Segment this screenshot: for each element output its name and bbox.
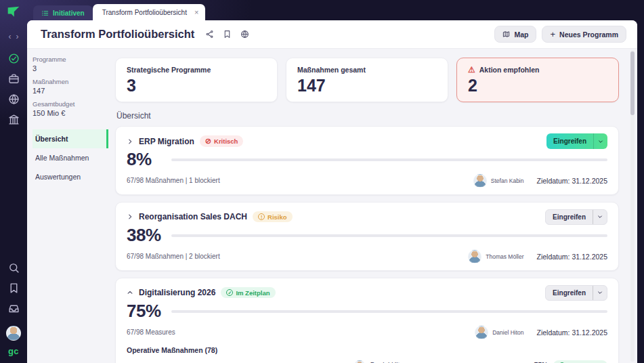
chevron-right-icon[interactable] bbox=[127, 213, 133, 220]
subnav-item-alle-massnahmen[interactable]: Alle Maßnahmen bbox=[33, 148, 108, 167]
forward-icon[interactable]: › bbox=[16, 33, 19, 41]
due-date: Zieldatum: 31.12.2025 bbox=[537, 328, 608, 337]
new-program-button[interactable]: + Neues Programm bbox=[542, 26, 626, 43]
status-label: Im Zeitplan bbox=[236, 290, 270, 297]
scrollbar-thumb[interactable] bbox=[630, 51, 635, 115]
map-button-label: Map bbox=[514, 30, 528, 39]
kpi-label: Strategische Programme bbox=[127, 66, 266, 74]
gc-logo: gc bbox=[8, 346, 19, 356]
kpi-label: Aktion empfohlen bbox=[479, 66, 540, 74]
user-avatar[interactable] bbox=[6, 326, 21, 341]
program-subnav: Programme 3 Maßnahmen 147 Gesamtbudget 1… bbox=[27, 49, 108, 363]
progress-percent: 8% bbox=[127, 150, 165, 170]
program-meta: 67/98 Measures bbox=[127, 328, 175, 336]
inbox-icon[interactable] bbox=[8, 303, 20, 314]
status-badge: ✓ Im Zeitplan bbox=[221, 287, 275, 298]
kpi-label: Maßnahmen gesamt bbox=[297, 66, 437, 74]
program-name: Reorganisation Sales DACH bbox=[139, 212, 247, 221]
left-rail: ‹ › gc bbox=[0, 0, 27, 363]
kpi-massnahmen-gesamt: Maßnahmen gesamt 147 bbox=[286, 58, 448, 102]
stat-label: Maßnahmen bbox=[33, 78, 108, 85]
kpi-strategische-programme: Strategische Programme 3 bbox=[115, 58, 278, 102]
bank-icon[interactable] bbox=[8, 114, 20, 125]
eingreifen-button[interactable]: Eingreifen bbox=[546, 210, 593, 224]
tab-bar: Initiativen Transform Portfolioübersicht… bbox=[27, 0, 644, 20]
map-icon bbox=[502, 30, 510, 38]
owner-avatar bbox=[354, 360, 365, 363]
chevron-down-icon[interactable] bbox=[593, 133, 607, 149]
check-circle-icon: ✓ bbox=[226, 289, 233, 296]
status-badge: ✓ Im Zeitplan bbox=[553, 360, 607, 363]
chevron-down-icon[interactable] bbox=[593, 286, 607, 300]
chevron-right-icon[interactable] bbox=[127, 138, 133, 145]
program-card-erp-migration: ERP Migration ⊘ Kritisch Eingreifen 8% bbox=[115, 126, 619, 195]
status-badge: ⊘ Kritisch bbox=[200, 135, 244, 147]
stat-massnahmen: Maßnahmen 147 bbox=[33, 78, 108, 95]
due-date: Zieldatum: 31.12.2025 bbox=[537, 253, 608, 261]
globe-icon[interactable] bbox=[240, 30, 249, 39]
status-label: Risiko bbox=[267, 214, 287, 221]
bookmark-icon[interactable] bbox=[8, 282, 20, 294]
tab-portfolio-uebersicht[interactable]: Transform Portfolioübersicht × bbox=[93, 4, 206, 20]
program-name: Digitalisierung 2026 bbox=[139, 288, 215, 297]
content-panel: Transform Portfolioübersicht Map + Neues… bbox=[27, 20, 637, 363]
stat-label: Gesamtbudget bbox=[33, 100, 108, 108]
progress-percent: 38% bbox=[127, 226, 165, 246]
subnav-item-uebersicht[interactable]: Übersicht bbox=[33, 129, 108, 148]
ban-icon: ⊘ bbox=[205, 137, 211, 145]
warning-icon: ⚠ bbox=[468, 66, 475, 74]
close-icon[interactable]: × bbox=[194, 8, 198, 16]
stat-value: 147 bbox=[33, 87, 108, 95]
measure-row[interactable]: Digitalization Measure 1 Daniel Hiton 75… bbox=[127, 358, 607, 363]
app-logo-icon[interactable] bbox=[7, 5, 20, 18]
tab-label: Transform Portfolioübersicht bbox=[102, 9, 187, 16]
bookmark-icon[interactable] bbox=[223, 30, 232, 39]
progress-percent: 75% bbox=[127, 301, 165, 322]
back-icon[interactable]: ‹ bbox=[9, 33, 12, 41]
kpi-value: 3 bbox=[127, 77, 266, 94]
map-button[interactable]: Map bbox=[494, 26, 536, 43]
section-title: Übersicht bbox=[116, 111, 618, 121]
stat-label: Programme bbox=[33, 56, 108, 63]
dashboard-icon[interactable] bbox=[8, 53, 20, 64]
eingreifen-button[interactable]: Eingreifen bbox=[546, 133, 593, 149]
briefcase-icon[interactable] bbox=[8, 73, 20, 85]
program-meta: 67/98 Maßnahmen | 2 blockiert bbox=[127, 253, 220, 260]
scrollbar-track[interactable] bbox=[630, 50, 635, 362]
alert-circle-icon: ! bbox=[258, 213, 265, 220]
status-label: Kritisch bbox=[214, 138, 238, 145]
stat-value: 3 bbox=[33, 64, 108, 72]
share-icon[interactable] bbox=[205, 30, 214, 39]
page-header: Transform Portfolioübersicht Map + Neues… bbox=[27, 20, 637, 49]
kpi-row: Strategische Programme 3 Maßnahmen gesam… bbox=[115, 58, 619, 102]
owner-avatar bbox=[468, 250, 481, 263]
owner-name: Stefan Kabin bbox=[491, 177, 524, 184]
eingreifen-split-button: Eingreifen bbox=[545, 285, 607, 301]
owner-name: Thomas Möller bbox=[486, 253, 523, 260]
owner-avatar bbox=[475, 326, 488, 339]
eingreifen-button[interactable]: Eingreifen bbox=[546, 286, 593, 300]
progress-bar bbox=[171, 158, 607, 161]
program-card-reorganisation-sales-dach: Reorganisation Sales DACH ! Risiko Eingr… bbox=[115, 202, 619, 271]
tab-initiativen[interactable]: Initiativen bbox=[33, 5, 93, 20]
stat-value: 150 Mio € bbox=[33, 109, 108, 117]
program-meta: 67/98 Maßnahmen | 1 blockiert bbox=[127, 177, 220, 184]
title-actions bbox=[205, 30, 249, 39]
program-card-digitalisierung-2026: Digitalisierung 2026 ✓ Im Zeitplan Eingr… bbox=[115, 278, 619, 363]
list-icon bbox=[41, 9, 49, 17]
page-title: Transform Portfolioübersicht bbox=[41, 28, 194, 41]
search-icon[interactable] bbox=[8, 262, 20, 274]
progress-bar bbox=[171, 234, 607, 237]
measure-list: Operative Maßnahmen (78) Digitalization … bbox=[127, 346, 607, 363]
globe-icon[interactable] bbox=[8, 93, 20, 105]
owner-avatar bbox=[473, 174, 487, 188]
main-content: Strategische Programme 3 Maßnahmen gesam… bbox=[108, 49, 637, 363]
kpi-aktion-empfohlen: ⚠ Aktion empfohlen 2 bbox=[456, 58, 619, 102]
chevron-down-icon[interactable] bbox=[593, 210, 607, 224]
measure-list-title: Operative Maßnahmen (78) bbox=[127, 346, 607, 354]
chevron-up-icon[interactable] bbox=[127, 289, 133, 296]
kpi-value: 2 bbox=[468, 77, 607, 94]
status-badge: ! Risiko bbox=[253, 211, 293, 222]
subnav-item-auswertungen[interactable]: Auswertungen bbox=[33, 167, 108, 186]
due-date: Zieldatum: 31.12.2025 bbox=[537, 177, 608, 185]
